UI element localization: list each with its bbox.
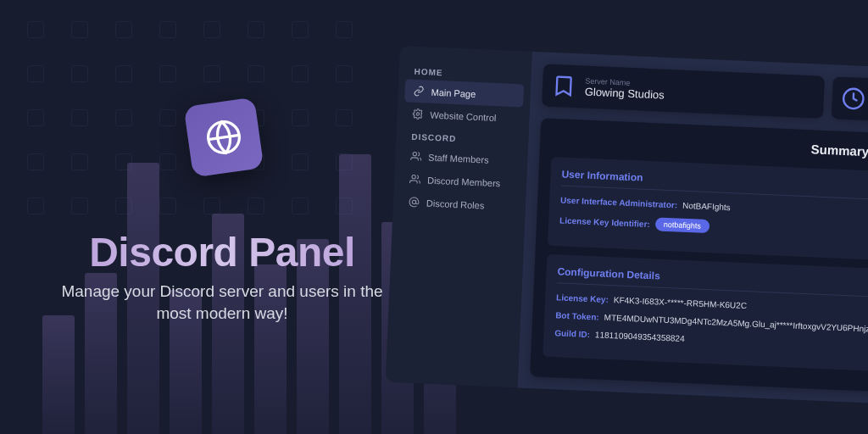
config-section: Configuration Details License Key: KF4K3… — [542, 254, 868, 376]
sidebar: HOMEMain PageWebsite ControlDISCORDStaff… — [386, 46, 532, 387]
license-id-row: License Key Identifier: notbafights — [559, 213, 868, 244]
bookmark-icon — [552, 74, 576, 98]
sidebar-item-label: Staff Members — [428, 152, 489, 164]
user-info-section: User Information User Interface Administ… — [548, 157, 868, 264]
guild-id-row: Guild ID: 1181109049354358824 — [554, 328, 868, 355]
svg-line-1 — [209, 135, 239, 139]
svg-point-3 — [413, 152, 417, 156]
server-card: Server Name Glowing Studios — [542, 64, 825, 118]
sidebar-item-discord-roles[interactable]: Discord Roles — [399, 190, 519, 218]
clock-icon — [841, 86, 865, 111]
sidebar-item-label: Discord Members — [427, 175, 501, 188]
server-value: Glowing Studios — [585, 85, 665, 101]
svg-point-2 — [416, 113, 419, 115]
stat-cards: Server Name Glowing Studios Bot Uptime 0… — [542, 64, 868, 125]
uptime-card: Bot Uptime 00:04:05 — [832, 76, 868, 125]
license-pill[interactable]: notbafights — [654, 217, 709, 233]
hero-title: Discord Panel — [53, 229, 392, 275]
sidebar-item-label: Website Control — [430, 109, 497, 122]
app-logo — [184, 97, 264, 178]
summary-panel: Summary of integrated data User Informat… — [530, 118, 868, 396]
svg-point-5 — [412, 200, 416, 204]
sidebar-item-label: Discord Roles — [426, 198, 485, 210]
sidebar-item-label: Main Page — [431, 86, 476, 98]
main-content: Server Name Glowing Studios Bot Uptime 0… — [518, 52, 868, 409]
app-preview: HOMEMain PageWebsite ControlDISCORDStaff… — [386, 46, 868, 409]
hero-subtitle: Manage your Discord server and users in … — [53, 281, 392, 324]
globe-icon — [203, 116, 245, 159]
svg-point-4 — [412, 175, 416, 179]
hero-section: Discord Panel Manage your Discord server… — [53, 229, 392, 324]
